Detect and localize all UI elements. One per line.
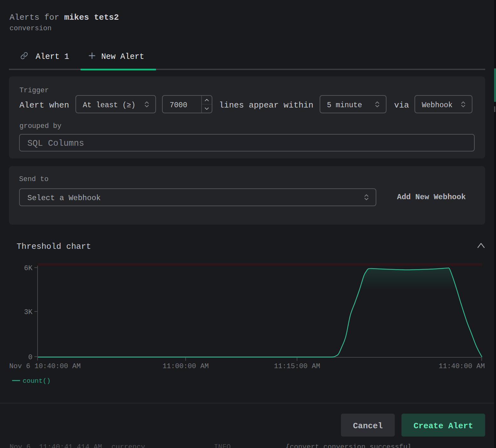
svg-text:11:00:00 AM: 11:00:00 AM <box>162 362 209 370</box>
svg-text:6K: 6K <box>24 264 33 272</box>
svg-text:count(): count() <box>23 377 51 385</box>
svg-text:3K: 3K <box>24 308 33 316</box>
svg-text:11:40:00 AM: 11:40:00 AM <box>439 362 485 370</box>
svg-text:Nov 6 10:40:00 AM: Nov 6 10:40:00 AM <box>9 362 81 370</box>
svg-text:0: 0 <box>28 354 32 361</box>
svg-text:11:15:00 AM: 11:15:00 AM <box>274 362 320 370</box>
